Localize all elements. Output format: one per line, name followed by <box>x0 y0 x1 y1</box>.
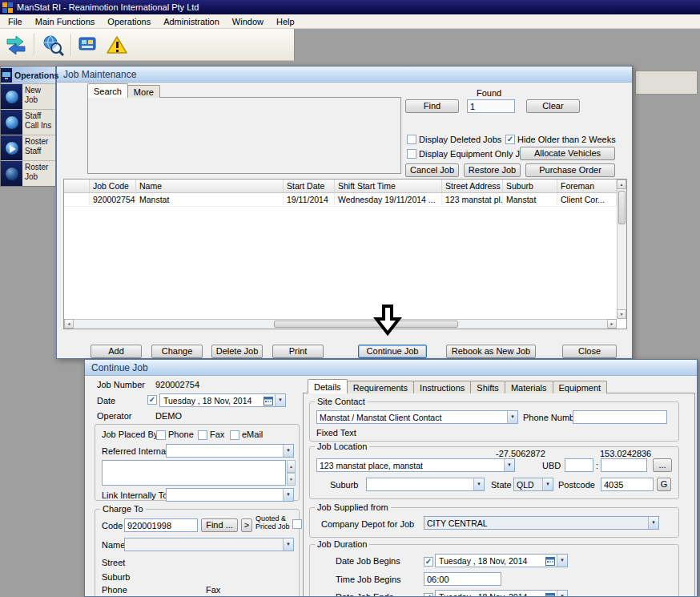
sidebar-item-new-job[interactable]: New Job <box>1 83 55 109</box>
cancel-job-button[interactable]: Cancel Job <box>405 163 459 177</box>
table-row[interactable]: 920002754 Manstat 19/11/2014 Wednesday 1… <box>64 193 617 207</box>
location-suburb-select[interactable]: ▼ <box>366 478 485 491</box>
dropdown-arrow-icon[interactable]: ▼ <box>283 489 293 501</box>
dropdown-arrow-icon[interactable]: ▼ <box>504 459 514 471</box>
sidebar-header[interactable]: Operations <box>1 66 55 83</box>
vertical-scroll-thumb[interactable] <box>618 191 626 224</box>
tab-more[interactable]: More <box>127 85 160 98</box>
job-date-picker[interactable]: Tuesday , 18 Nov, 2014 ▼ <box>159 393 286 407</box>
postcode-input[interactable] <box>601 478 654 491</box>
warning-icon[interactable] <box>104 33 130 57</box>
hide-older-checkbox[interactable]: ✓ <box>505 135 515 144</box>
menu-file[interactable]: File <box>2 15 29 28</box>
email-checkbox[interactable] <box>230 430 239 440</box>
sidebar-item-roster-staff[interactable]: Roster Staff <box>1 135 55 160</box>
fax-checkbox[interactable] <box>198 430 207 440</box>
change-button[interactable]: Change <box>151 345 203 358</box>
purchase-order-button[interactable]: Purchase Order <box>525 163 615 177</box>
date-job-ends-checkbox[interactable]: ✓ <box>424 593 433 597</box>
quoted-priced-checkbox[interactable] <box>292 519 302 529</box>
sync-icon[interactable] <box>3 33 29 57</box>
phone-checkbox[interactable] <box>156 430 166 440</box>
expand-charge-button[interactable]: > <box>241 518 252 532</box>
ubd-map-input[interactable] <box>565 458 593 472</box>
horizontal-scroll-thumb[interactable] <box>274 321 458 328</box>
rebook-as-new-job-button[interactable]: Rebook as New Job <box>446 345 536 358</box>
delete-job-button[interactable]: Delete Job <box>211 345 263 358</box>
add-button[interactable]: Add <box>91 345 142 358</box>
close-button[interactable]: Close <box>562 345 617 358</box>
dropdown-arrow-icon[interactable]: ▼ <box>542 478 553 490</box>
dropdown-arrow-icon[interactable]: ▼ <box>507 411 517 423</box>
tab-instructions[interactable]: Instructions <box>413 381 471 393</box>
tab-shifts[interactable]: Shifts <box>470 381 505 393</box>
continue-job-titlebar[interactable]: Continue Job <box>85 360 697 376</box>
date-job-begins-checkbox[interactable]: ✓ <box>424 557 433 567</box>
display-deleted-jobs-checkbox[interactable] <box>407 135 416 144</box>
find-charge-button[interactable]: Find ... <box>201 518 238 532</box>
menu-help[interactable]: Help <box>270 15 301 28</box>
display-equipment-only-checkbox[interactable] <box>407 149 416 159</box>
spin-up-icon[interactable]: ▲ <box>287 460 296 473</box>
tab-details[interactable]: Details <box>308 379 348 393</box>
dropdown-arrow-icon[interactable]: ▼ <box>648 517 658 529</box>
grid-horizontal-scrollbar[interactable]: ◄ ► <box>64 319 617 329</box>
date-job-begins-picker[interactable]: Tuesday , 18 Nov, 2014 ▼ <box>435 554 568 567</box>
link-internally-select[interactable]: ▼ <box>166 488 294 502</box>
job-maintenance-titlebar[interactable]: Job Maintenance <box>57 67 632 83</box>
geocode-button[interactable]: G <box>657 478 671 491</box>
records-icon[interactable] <box>75 33 101 57</box>
site-contact-select[interactable]: Manstat / Manstat Client Contact ▼ <box>316 410 518 424</box>
allocate-vehicles-button[interactable]: Allocate Vehicles <box>520 147 615 160</box>
grid-vertical-scrollbar[interactable]: ▲ ▼ <box>617 180 626 319</box>
ubd-ref-input[interactable] <box>601 458 647 472</box>
tab-equipment[interactable]: Equipment <box>553 381 608 393</box>
tab-requirements[interactable]: Requirements <box>347 381 414 393</box>
search-globe-icon[interactable] <box>40 33 66 57</box>
sidebar-item-roster-job[interactable]: Roster Job <box>1 160 55 186</box>
clear-button[interactable]: Clear <box>526 99 580 113</box>
tab-materials[interactable]: Materials <box>505 381 553 393</box>
app-titlebar[interactable]: ManStat RI - Reanimotion International P… <box>0 0 700 14</box>
dropdown-arrow-icon[interactable]: ▼ <box>473 478 484 490</box>
menu-window[interactable]: Window <box>226 15 270 28</box>
referred-notes-textarea[interactable] <box>102 460 286 486</box>
restore-job-button[interactable]: Restore Job <box>464 163 521 177</box>
menu-administration[interactable]: Administration <box>157 15 226 28</box>
address-select[interactable]: 123 manstat place, manstat ▼ <box>316 458 515 472</box>
charge-code-input[interactable] <box>124 518 198 532</box>
phone-number-input[interactable] <box>573 410 667 424</box>
scroll-left-icon[interactable]: ◄ <box>64 319 74 329</box>
column-header-shift-start-time[interactable]: Shift Start Time <box>335 180 442 192</box>
dropdown-arrow-icon[interactable]: ▼ <box>557 591 567 597</box>
date-checkbox[interactable]: ✓ <box>147 395 157 405</box>
menu-operations[interactable]: Operations <box>101 15 157 28</box>
scroll-up-icon[interactable]: ▲ <box>617 180 626 189</box>
company-depot-select[interactable]: CITY CENTRAL ▼ <box>424 516 659 530</box>
map-lookup-button[interactable]: ... <box>653 458 672 472</box>
sidebar-item-staff-call-ins[interactable]: Staff Call Ins <box>1 109 55 135</box>
scroll-down-icon[interactable]: ▼ <box>617 309 626 319</box>
continue-job-button[interactable]: Continue Job <box>358 345 427 358</box>
charge-name-select[interactable]: ▼ <box>124 538 294 551</box>
column-header-foreman[interactable]: Foreman <box>557 180 617 192</box>
menu-main-functions[interactable]: Main Functions <box>29 15 102 28</box>
column-header-start-date[interactable]: Start Date <box>284 180 335 192</box>
column-header-street-address[interactable]: Street Address <box>442 180 503 192</box>
dropdown-arrow-icon[interactable]: ▼ <box>283 539 293 551</box>
column-header-suburb[interactable]: Suburb <box>503 180 557 192</box>
dropdown-arrow-icon[interactable]: ▼ <box>275 394 285 406</box>
dropdown-arrow-icon[interactable]: ▼ <box>283 445 293 457</box>
state-select[interactable]: QLD ▼ <box>513 478 553 491</box>
find-button[interactable]: Find <box>405 99 459 113</box>
time-job-begins-input[interactable] <box>424 572 501 586</box>
tab-search[interactable]: Search <box>87 83 128 98</box>
dropdown-arrow-icon[interactable]: ▼ <box>557 555 567 567</box>
column-header-job-code[interactable]: Job Code <box>90 180 136 192</box>
print-button[interactable]: Print <box>272 345 324 358</box>
row-selector-cell[interactable] <box>64 193 90 206</box>
column-header-name[interactable]: Name <box>136 180 284 192</box>
scroll-right-icon[interactable]: ► <box>607 319 617 329</box>
date-job-ends-picker[interactable]: Tuesday , 18 Nov, 2014 ▼ <box>435 590 568 597</box>
spin-down-icon[interactable]: ▼ <box>287 473 296 486</box>
